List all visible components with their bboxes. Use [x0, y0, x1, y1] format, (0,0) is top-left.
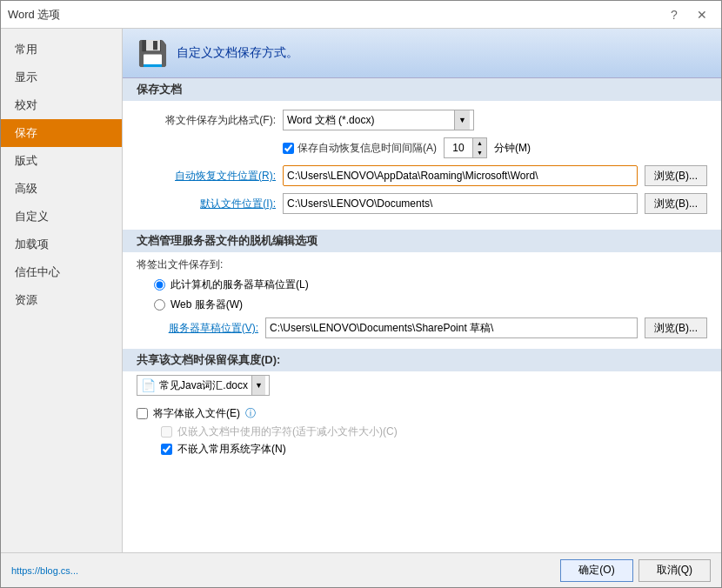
- titlebar-controls: ? ✕: [662, 4, 714, 25]
- main-panel: 💾 自定义文档保存方式。 保存文档 将文件保存为此格式(F): Word 文档 …: [123, 29, 721, 552]
- autosave-label: 保存自动恢复信息时间间隔(A): [297, 141, 437, 156]
- autosave-number-wrap: ▲ ▼: [444, 137, 487, 158]
- share-file-row: 📄 常见Java词汇.docx ▼: [123, 371, 721, 403]
- server-path-label[interactable]: 服务器草稿位置(V):: [137, 321, 258, 336]
- server-section-header: 文档管理服务器文件的脱机编辑选项: [123, 230, 721, 252]
- sidebar-item-版式[interactable]: 版式: [1, 147, 122, 175]
- server-local-radio[interactable]: [154, 279, 165, 291]
- sidebar-item-资源[interactable]: 资源: [1, 286, 122, 314]
- spinner-up[interactable]: ▲: [473, 138, 486, 148]
- sidebar-item-显示[interactable]: 显示: [1, 63, 122, 91]
- no-common-fonts-label[interactable]: 不嵌入常用系统字体(N): [177, 442, 286, 457]
- embed-chars-row: 仅嵌入文档中使用的字符(适于减小文件大小)(C): [137, 424, 707, 439]
- dialog-title: Word 选项: [8, 7, 60, 23]
- default-label[interactable]: 默认文件位置(I):: [137, 197, 276, 211]
- save-doc-section-header: 保存文档: [123, 78, 721, 101]
- sidebar-item-自定义[interactable]: 自定义: [1, 203, 122, 231]
- titlebar-left: Word 选项: [8, 7, 60, 23]
- word-options-dialog: Word 选项 ? ✕ 常用显示校对保存版式高级自定义加载项信任中心资源 💾 自…: [0, 0, 722, 588]
- close-button[interactable]: ✕: [690, 4, 714, 25]
- word-file-icon: 📄: [141, 378, 156, 392]
- sidebar: 常用显示校对保存版式高级自定义加载项信任中心资源: [1, 29, 123, 552]
- radio2-row: Web 服务器(W): [137, 297, 707, 312]
- footer-url: https://blog.cs...: [11, 565, 555, 576]
- server-section-body: 将签出文件保存到: 此计算机的服务器草稿位置(L) Web 服务器(W) 服务器…: [123, 252, 721, 349]
- format-select[interactable]: Word 文档 (*.docx) ▼: [283, 110, 474, 130]
- file-selector[interactable]: 📄 常见Java词汇.docx ▼: [137, 375, 270, 396]
- embed-info-icon[interactable]: ⓘ: [245, 406, 256, 421]
- server-web-label[interactable]: Web 服务器(W): [170, 297, 243, 312]
- default-location-row: 默认文件位置(I): C:\Users\LENOVO\Documents\ 浏览…: [137, 193, 707, 214]
- default-path-input[interactable]: C:\Users\LENOVO\Documents\: [283, 193, 638, 214]
- file-selector-arrow[interactable]: ▼: [251, 376, 265, 395]
- autosave-spinners: ▲ ▼: [472, 138, 486, 157]
- server-path-row: 服务器草稿位置(V): C:\Users\LENOVO\Documents\Sh…: [137, 317, 707, 338]
- autorecovery-row: 自动恢复文件位置(R): C:\Users\LENOVO\AppData\Roa…: [137, 165, 707, 186]
- format-value: Word 文档 (*.docx): [287, 113, 374, 128]
- format-row: 将文件保存为此格式(F): Word 文档 (*.docx) ▼: [137, 110, 707, 130]
- floppy-icon: 💾: [137, 37, 168, 69]
- section-title: 自定义文档保存方式。: [177, 45, 298, 61]
- sidebar-item-加载项[interactable]: 加载项: [1, 231, 122, 258]
- footer: https://blog.cs... 确定(O) 取消(Q): [1, 552, 721, 587]
- browse1-button[interactable]: 浏览(B)...: [645, 165, 707, 186]
- sidebar-item-信任中心[interactable]: 信任中心: [1, 258, 122, 286]
- titlebar: Word 选项 ? ✕: [1, 1, 721, 29]
- embed-fonts-row: 将字体嵌入文件(E) ⓘ: [137, 406, 707, 421]
- server-web-radio[interactable]: [154, 299, 165, 311]
- embed-section: 将字体嵌入文件(E) ⓘ 仅嵌入文档中使用的字符(适于减小文件大小)(C) 不嵌…: [123, 403, 721, 466]
- autosave-unit: 分钟(M): [494, 141, 531, 156]
- sidebar-item-高级[interactable]: 高级: [1, 175, 122, 203]
- sidebar-item-校对[interactable]: 校对: [1, 91, 122, 119]
- autosave-number-input[interactable]: [445, 138, 472, 157]
- server-local-label[interactable]: 此计算机的服务器草稿位置(L): [170, 277, 309, 292]
- embed-fonts-checkbox[interactable]: [137, 408, 148, 419]
- share-section-header: 共享该文档时保留保真度(D):: [123, 349, 721, 371]
- sidebar-item-常用[interactable]: 常用: [1, 36, 122, 63]
- format-label: 将文件保存为此格式(F):: [137, 113, 276, 128]
- ok-button[interactable]: 确定(O): [560, 559, 632, 582]
- format-dropdown-arrow[interactable]: ▼: [454, 110, 470, 130]
- no-common-fonts-checkbox[interactable]: [161, 444, 172, 455]
- autosave-checkbox-label[interactable]: 保存自动恢复信息时间间隔(A): [283, 141, 437, 156]
- embed-chars-label: 仅嵌入文档中使用的字符(适于减小文件大小)(C): [177, 424, 398, 439]
- radio1-row: 此计算机的服务器草稿位置(L): [137, 277, 707, 292]
- file-name: 常见Java词汇.docx: [159, 378, 248, 393]
- server-path-input[interactable]: C:\Users\LENOVO\Documents\SharePoint 草稿\: [265, 317, 638, 338]
- autorecovery-label[interactable]: 自动恢复文件位置(R):: [137, 169, 276, 184]
- spinner-down[interactable]: ▼: [473, 148, 486, 157]
- checkin-label: 将签出文件保存到:: [137, 257, 707, 272]
- embed-fonts-label[interactable]: 将字体嵌入文件(E): [153, 406, 240, 421]
- no-common-fonts-row: 不嵌入常用系统字体(N): [137, 442, 707, 457]
- help-button[interactable]: ?: [662, 4, 686, 25]
- autosave-checkbox[interactable]: [283, 143, 294, 154]
- sidebar-item-保存[interactable]: 保存: [1, 119, 122, 147]
- embed-chars-checkbox: [161, 426, 172, 438]
- main-header: 💾 自定义文档保存方式。: [123, 29, 721, 78]
- autorecovery-path-input[interactable]: C:\Users\LENOVO\AppData\Roaming\Microsof…: [283, 165, 638, 186]
- browse3-button[interactable]: 浏览(B)...: [645, 317, 707, 338]
- browse2-button[interactable]: 浏览(B)...: [645, 193, 707, 214]
- autosave-row: 保存自动恢复信息时间间隔(A) ▲ ▼ 分钟(M): [137, 137, 707, 158]
- save-doc-form: 将文件保存为此格式(F): Word 文档 (*.docx) ▼ 保存自动恢复信…: [123, 101, 721, 230]
- cancel-button[interactable]: 取消(Q): [638, 559, 711, 582]
- dialog-content: 常用显示校对保存版式高级自定义加载项信任中心资源 💾 自定义文档保存方式。 保存…: [1, 29, 721, 552]
- share-title: 共享该文档时保留保真度(D):: [137, 352, 280, 368]
